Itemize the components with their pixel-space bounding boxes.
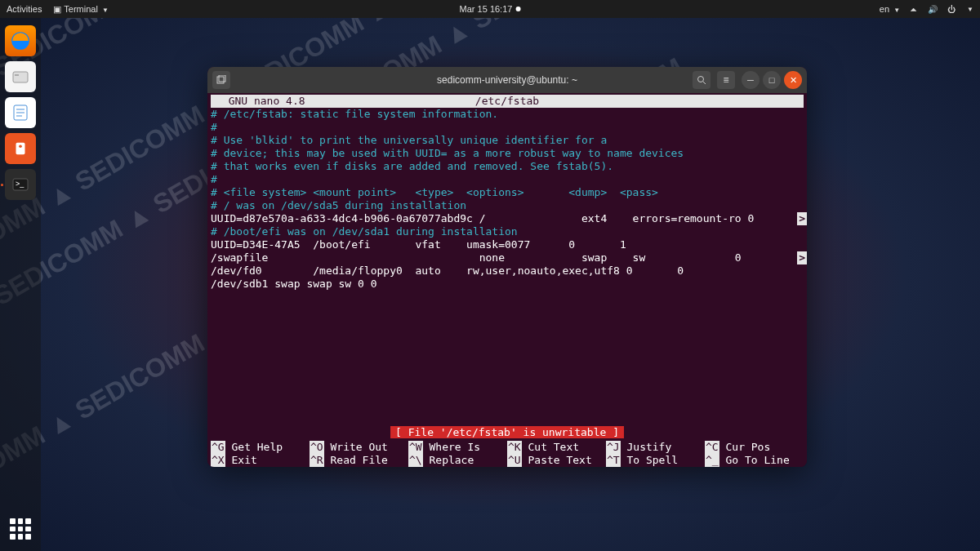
chevron-down-icon: ▼ <box>967 6 973 13</box>
svg-point-8 <box>19 144 22 148</box>
window-title: sedicomm-university@ubuntu: ~ <box>437 74 577 86</box>
file-line: # <file system> <mount point> <type> <op… <box>211 186 804 199</box>
nano-footer: ^G Get Help^O Write Out^W Where Is^K Cut… <box>211 441 804 467</box>
nano-shortcut: ^G Get Help <box>211 441 310 454</box>
file-line: # <box>211 121 804 134</box>
menu-button[interactable]: ≡ <box>717 71 735 89</box>
svg-rect-7 <box>16 143 25 155</box>
file-line: UUID=D34E-47A5 /boot/efi vfat umask=0077… <box>211 238 804 251</box>
scroll-indicator-icon: > <box>797 212 807 225</box>
nano-shortcut: ^X Exit <box>211 454 310 467</box>
file-line: # device; this may be used with UUID= as… <box>211 147 804 160</box>
svg-point-13 <box>698 77 704 82</box>
file-content: # /etc/fstab: static file system informa… <box>211 108 804 291</box>
scroll-indicator-icon: > <box>797 251 807 264</box>
file-line: /dev/fd0 /media/floppy0 auto rw,user,noa… <box>211 264 804 278</box>
svg-text:>_: >_ <box>16 180 24 188</box>
search-button[interactable] <box>693 71 710 89</box>
minimize-button[interactable]: ─ <box>742 71 760 89</box>
svg-rect-11 <box>217 77 224 83</box>
file-line: # that works even if disks are added and… <box>211 160 804 173</box>
network-icon[interactable]: ⏶ <box>910 5 918 14</box>
file-line: UUID=d87e570a-a633-4dc4-b906-0a67077abd9… <box>211 212 804 225</box>
maximize-button[interactable]: □ <box>763 71 781 89</box>
dock-text-editor[interactable] <box>5 97 36 128</box>
nano-shortcut: ^R Read File <box>310 454 408 467</box>
file-line: # /boot/efi was on /dev/sda1 during inst… <box>211 225 804 238</box>
svg-rect-12 <box>219 75 225 82</box>
terminal-body[interactable]: GNU nano 4.8 /etc/fstab # /etc/fstab: st… <box>207 93 807 467</box>
chevron-down-icon: ▼ <box>102 7 109 14</box>
nano-shortcut: ^C Cur Pos <box>705 441 804 454</box>
file-line: # <box>211 173 804 186</box>
nano-filename: /etc/fstab <box>475 95 539 108</box>
nano-shortcut: ^O Write Out <box>310 441 408 454</box>
file-line: # Use 'blkid' to print the universally u… <box>211 134 804 147</box>
nano-shortcut: ^W Where Is <box>408 441 507 454</box>
file-line: # /etc/fstab: static file system informa… <box>211 108 804 121</box>
nano-app-name: GNU nano 4.8 <box>216 95 305 108</box>
nano-shortcut: ^_ Go To Line <box>705 454 804 467</box>
volume-icon[interactable]: 🔊 <box>928 5 938 14</box>
terminal-icon: ▣ <box>53 4 61 14</box>
nano-shortcut: ^T To Spell <box>606 454 705 467</box>
input-language[interactable]: en ▼ <box>880 4 900 14</box>
svg-line-14 <box>703 82 706 84</box>
nano-shortcut: ^J Justify <box>606 441 705 454</box>
terminal-menu[interactable]: ▣ Terminal ▼ <box>53 4 108 15</box>
file-line: /swapfile none swap sw 0 <box>211 251 804 264</box>
top-bar: Activities ▣ Terminal ▼ Mar 15 16:17 en … <box>0 0 980 18</box>
svg-rect-2 <box>15 74 19 76</box>
nano-shortcut: ^U Paste Text <box>507 454 606 467</box>
nano-shortcut: ^K Cut Text <box>507 441 606 454</box>
notification-dot-icon <box>515 7 520 11</box>
file-line: /dev/sdb1 swap swap sw 0 0 <box>211 278 804 291</box>
file-line: # / was on /dev/sda5 during installation <box>211 199 804 212</box>
chevron-down-icon: ▼ <box>893 7 900 14</box>
svg-rect-1 <box>13 72 28 82</box>
dock-files[interactable] <box>5 61 36 92</box>
new-tab-button[interactable] <box>212 71 230 89</box>
nano-shortcut: ^\ Replace <box>408 454 507 467</box>
dock-terminal[interactable]: >_ <box>5 169 36 200</box>
terminal-window: sedicomm-university@ubuntu: ~ ≡ ─ □ ✕ GN… <box>207 67 807 467</box>
dock: >_ <box>0 18 41 551</box>
dock-firefox[interactable] <box>5 25 36 56</box>
dock-software[interactable] <box>5 133 36 164</box>
activities-button[interactable]: Activities <box>7 4 42 14</box>
close-button[interactable]: ✕ <box>784 71 802 89</box>
nano-status-line: [ File '/etc/fstab' is unwritable ] <box>390 426 624 439</box>
nano-header: GNU nano 4.8 /etc/fstab <box>211 95 804 108</box>
clock[interactable]: Mar 15 16:17 <box>460 4 521 14</box>
window-titlebar[interactable]: sedicomm-university@ubuntu: ~ ≡ ─ □ ✕ <box>207 67 807 93</box>
power-icon[interactable]: ⏻ <box>947 5 956 14</box>
show-applications-button[interactable] <box>7 515 34 543</box>
